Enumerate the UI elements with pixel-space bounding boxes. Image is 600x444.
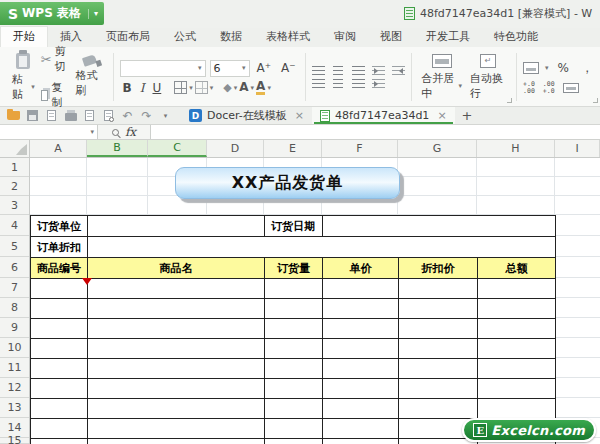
empty-cell[interactable] xyxy=(399,379,478,399)
align-left-button[interactable] xyxy=(312,79,325,88)
empty-cell[interactable] xyxy=(323,279,399,299)
empty-cell[interactable] xyxy=(323,319,399,339)
empty-cell[interactable] xyxy=(399,319,478,339)
header-cell-4[interactable]: 单价 xyxy=(323,258,399,279)
save-button[interactable] xyxy=(25,109,40,123)
paste-button[interactable]: 粘贴 ▾ xyxy=(8,51,39,104)
align-middle-button[interactable] xyxy=(333,66,343,75)
font-color-button[interactable]: A xyxy=(239,82,248,93)
empty-cell[interactable] xyxy=(323,439,399,444)
empty-cell[interactable] xyxy=(88,379,265,399)
justify-button[interactable] xyxy=(372,79,385,88)
group-expander-icon[interactable] xyxy=(507,98,512,103)
highlight-color-button[interactable]: A xyxy=(256,81,265,95)
empty-cell[interactable] xyxy=(399,279,478,299)
header-cell-3[interactable]: 订货量 xyxy=(265,258,323,279)
header-cell-5[interactable]: 折扣价 xyxy=(399,258,478,279)
wrap-text-button[interactable]: ↵ 自动换行 xyxy=(466,52,510,103)
decrease-font-button[interactable]: A⁻ xyxy=(278,61,299,75)
empty-cell[interactable] xyxy=(88,299,265,319)
decrease-decimal-button[interactable]: .00 +.0 xyxy=(543,81,555,95)
empty-cell[interactable] xyxy=(323,359,399,379)
highlight-color-caret-icon[interactable]: ▾ xyxy=(267,84,271,92)
font-color-caret-icon[interactable]: ▾ xyxy=(251,84,255,92)
empty-cell[interactable] xyxy=(399,339,478,359)
row-header-3[interactable]: 3 xyxy=(0,196,29,215)
row-header-7[interactable]: 7 xyxy=(0,278,29,298)
bold-button[interactable]: B xyxy=(120,81,135,95)
borders-caret-icon[interactable]: ▾ xyxy=(189,84,193,92)
merge-center-button[interactable]: 合并居中 ▾ xyxy=(417,52,466,103)
ribbon-tab-视图[interactable]: 视图 xyxy=(368,27,414,47)
empty-cell[interactable] xyxy=(265,439,323,444)
empty-cell[interactable] xyxy=(31,399,88,419)
increase-decimal-button[interactable]: +.0 .00 xyxy=(523,81,535,95)
column-header-A[interactable]: A xyxy=(30,140,87,157)
row-header-1[interactable]: 1 xyxy=(0,158,29,177)
doc-tab-2[interactable]: 48fd7147ea34d1× xyxy=(312,107,455,124)
wps-app-button[interactable]: S WPS 表格 ▾ xyxy=(0,2,104,25)
print-button[interactable] xyxy=(63,109,78,123)
row-header-12[interactable]: 12 xyxy=(0,378,29,398)
empty-cell[interactable] xyxy=(478,299,556,319)
row-header-13[interactable]: 13 xyxy=(0,398,29,418)
name-box-caret-icon[interactable]: ▾ xyxy=(90,128,94,136)
ribbon-tab-表格样式[interactable]: 表格样式 xyxy=(254,27,322,47)
empty-cell[interactable] xyxy=(265,359,323,379)
select-all-corner[interactable] xyxy=(0,140,30,157)
empty-cell[interactable] xyxy=(399,299,478,319)
new-tab-button[interactable]: + xyxy=(455,108,480,123)
empty-cell[interactable] xyxy=(265,279,323,299)
empty-cell[interactable] xyxy=(88,359,265,379)
row-header-6[interactable]: 6 xyxy=(0,257,29,278)
search-icon[interactable] xyxy=(112,129,119,136)
row-header-4[interactable]: 4 xyxy=(0,215,29,236)
order-unit-value-cell[interactable] xyxy=(88,216,265,237)
ribbon-tab-开发工具[interactable]: 开发工具 xyxy=(414,27,482,47)
empty-cell[interactable] xyxy=(265,299,323,319)
merge-center-caret-icon[interactable]: ▾ xyxy=(459,82,463,90)
empty-cell[interactable] xyxy=(323,379,399,399)
empty-cell[interactable] xyxy=(478,319,556,339)
align-top-button[interactable] xyxy=(312,66,325,75)
empty-cell[interactable] xyxy=(399,399,478,419)
empty-cell[interactable] xyxy=(31,279,88,299)
empty-cell[interactable] xyxy=(31,299,88,319)
cut-button[interactable]: ✂ 剪切 xyxy=(39,43,72,75)
convert-format-button[interactable] xyxy=(563,83,579,93)
find-button[interactable] xyxy=(101,109,116,123)
row-header-10[interactable]: 10 xyxy=(0,338,29,358)
empty-cell[interactable] xyxy=(323,419,399,439)
column-header-C[interactable]: C xyxy=(148,140,207,157)
column-header-B[interactable]: B xyxy=(87,140,148,157)
percent-style-button[interactable]: % xyxy=(555,61,572,75)
format-painter-button[interactable]: 格式刷 xyxy=(72,54,107,100)
redo-button[interactable]: ↷ xyxy=(139,109,154,123)
row-header-8[interactable]: 8 xyxy=(0,298,29,318)
ribbon-tab-页面布局[interactable]: 页面布局 xyxy=(94,27,162,47)
order-discount-label-cell[interactable]: 订单折扣 xyxy=(31,237,88,258)
empty-cell[interactable] xyxy=(31,339,88,359)
align-right-button[interactable] xyxy=(352,79,365,88)
empty-cell[interactable] xyxy=(478,359,556,379)
order-date-value-cell[interactable] xyxy=(323,216,556,237)
ribbon-tab-公式[interactable]: 公式 xyxy=(162,27,208,47)
draw-border-button[interactable] xyxy=(195,81,208,94)
empty-cell[interactable] xyxy=(88,439,265,444)
column-header-G[interactable]: G xyxy=(398,140,477,157)
number-format-caret-icon[interactable]: ▾ xyxy=(545,64,549,72)
font-size-combo[interactable]: 6 ▾ xyxy=(210,60,250,77)
empty-cell[interactable] xyxy=(31,359,88,379)
close-tab-icon[interactable]: × xyxy=(437,109,446,122)
align-center-button[interactable] xyxy=(333,79,343,88)
row-header-9[interactable]: 9 xyxy=(0,318,29,338)
empty-cell[interactable] xyxy=(478,379,556,399)
app-menu-caret-icon[interactable]: ▾ xyxy=(88,9,98,19)
column-header-D[interactable]: D xyxy=(207,140,264,157)
qat-customize-button[interactable]: ▾ xyxy=(158,109,173,123)
borders-button[interactable] xyxy=(174,81,187,94)
comma-style-button[interactable]: ， xyxy=(578,60,596,77)
empty-cell[interactable] xyxy=(399,359,478,379)
empty-cell[interactable] xyxy=(265,419,323,439)
row-header-11[interactable]: 11 xyxy=(0,358,29,378)
